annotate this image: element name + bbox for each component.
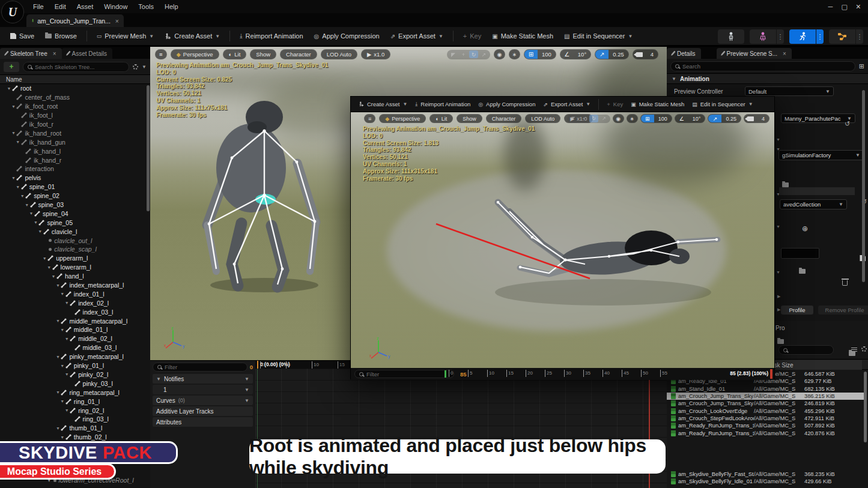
expander-icon[interactable]: ▼	[776, 147, 780, 151]
surface-snap-icon[interactable]: ∗	[627, 114, 638, 123]
menu-tools[interactable]: Tools	[133, 1, 159, 13]
tree-item-pinky_metacarpal_l[interactable]: ▼pinky_metacarpal_l	[0, 352, 150, 361]
surface-snap-icon[interactable]: ∗	[509, 49, 520, 59]
value-input-field[interactable]	[781, 248, 819, 259]
blueprint-mode-menu-icon[interactable]: ⋮	[855, 29, 863, 44]
float-filter-input[interactable]: Filter	[354, 370, 454, 378]
tree-item-clavicle_l[interactable]: ▼clavicle_l	[0, 227, 150, 236]
delete-item-icon[interactable]	[842, 280, 848, 286]
export-asset-button[interactable]: ⇗Export Asset▼	[386, 30, 448, 42]
expander-icon[interactable]: ▼	[64, 337, 70, 341]
minimize-icon[interactable]: ─	[828, 3, 833, 10]
details-scrollbar[interactable]	[862, 90, 865, 282]
grid-snap-control[interactable]: ⊞100	[524, 49, 556, 59]
rotate-tool-icon[interactable]: ↻	[589, 115, 598, 122]
make-static-mesh-button[interactable]: ▣Make Static Mesh	[488, 30, 557, 42]
expander-icon[interactable]: ▼	[59, 364, 65, 368]
simulation-factory-dropdown[interactable]: gSimulationFactory▼	[778, 150, 864, 160]
grid-snap-control[interactable]: ⊞100	[640, 114, 672, 123]
perspective-button[interactable]: ◆Perspective	[171, 49, 219, 59]
lod-auto-button[interactable]: LOD Auto	[321, 49, 357, 59]
chevron-down-icon[interactable]: ▼	[244, 376, 249, 382]
world-local-toggle-icon[interactable]: ◉	[613, 114, 624, 123]
reimport-animation-button[interactable]: ⤓Reimport Animation	[412, 99, 473, 109]
key-button[interactable]: +Key	[604, 99, 626, 109]
tree-item-pinky_03_l[interactable]: pinky_03_l	[0, 379, 150, 388]
tree-item-lowerarm_l[interactable]: ▼lowerarm_l	[0, 263, 150, 272]
asset-row-am_Skydive_BellyFly_Fast_St[interactable]: am_Skydive_BellyFly_Fast_St/All/Game/MC_…	[667, 471, 865, 478]
browse-to-asset-icon[interactable]	[782, 182, 789, 187]
menu-asset[interactable]: Asset	[71, 1, 99, 13]
tree-item-pinky_02_l[interactable]: ▼pinky_02_l	[0, 370, 150, 379]
tree-item-index_metacarpal_l[interactable]: ▼index_metacarpal_l	[0, 281, 150, 290]
notify-track-1[interactable]: 1▼	[153, 385, 253, 394]
tree-item-ik_hand_r[interactable]: ik_hand_r	[0, 155, 150, 164]
tree-item-index_03_l[interactable]: index_03_l	[0, 307, 150, 316]
animation-mode-button[interactable]	[789, 29, 816, 44]
expander-icon[interactable]: ▼	[59, 328, 65, 332]
expander-icon[interactable]: ▼	[6, 86, 12, 91]
rotation-snap-control[interactable]: ∠10°	[675, 114, 706, 123]
select-tool-icon[interactable]: ◤	[449, 50, 458, 58]
blueprint-mode-button[interactable]	[829, 29, 855, 44]
export-asset-button[interactable]: ⇗Export Asset▼	[540, 99, 593, 109]
expander-icon[interactable]: ▼	[37, 229, 43, 233]
camera-speed-control[interactable]: 4	[744, 114, 769, 123]
chevron-down-icon[interactable]: ▼	[244, 387, 249, 393]
details-search-input[interactable]: Search	[670, 61, 855, 71]
tree-item-pinky_01_l[interactable]: ▼pinky_01_l	[0, 361, 150, 370]
browse-button[interactable]: Browse	[41, 30, 81, 42]
tab-skeleton-tree[interactable]: Skeleton Tree×	[0, 48, 62, 59]
chevron-down-icon[interactable]: ▼	[142, 64, 147, 70]
expander-icon[interactable]: ▼	[776, 224, 780, 229]
tree-item-ik_hand_l[interactable]: ik_hand_l	[0, 146, 150, 155]
playback-speed-button[interactable]: ▶x1.0	[361, 49, 390, 59]
expander-icon[interactable]: ▼	[156, 376, 161, 382]
tree-item-ik_foot_l[interactable]: ik_foot_l	[0, 111, 150, 120]
expander-icon[interactable]: ▼	[10, 131, 16, 135]
save-button[interactable]: Save	[6, 30, 38, 42]
expander-icon[interactable]: ▼	[59, 399, 65, 403]
add-bone-button[interactable]: +	[4, 62, 19, 72]
expander-icon[interactable]: ▼	[59, 435, 65, 439]
tree-item-pelvis[interactable]: ▼pelvis	[0, 173, 150, 182]
tree-item-center_of_mass[interactable]: center_of_mass	[0, 93, 150, 102]
scale-tool-icon[interactable]: ↗	[479, 50, 488, 58]
tree-item-spine_02[interactable]: ▼spine_02	[0, 191, 150, 200]
perspective-button[interactable]: ◆Perspective	[379, 114, 426, 123]
mesh-mode-button[interactable]	[750, 29, 776, 44]
expander-icon[interactable]: ▼	[32, 220, 38, 224]
expander-icon[interactable]: ▼	[64, 372, 70, 376]
expander-icon[interactable]: ▼	[55, 390, 61, 394]
rotate-tool-icon[interactable]: ↻	[469, 50, 478, 58]
make-static-mesh-button[interactable]: ▣Make Static Mesh	[628, 99, 687, 109]
asset-row-am_Crouch_Jump_Trans_Sky[interactable]: am_Crouch_Jump_Trans_Sky/All/Game/MC_S38…	[667, 393, 865, 400]
tree-item-middle_02_l[interactable]: ▼middle_02_l	[0, 334, 150, 343]
menu-file[interactable]: File	[28, 1, 49, 13]
expander-icon[interactable]: ▼	[776, 137, 780, 142]
maximize-icon[interactable]: ▢	[841, 3, 847, 11]
tab-asset-details[interactable]: Asset Details	[62, 48, 112, 59]
tree-item-ring_metacarpal_l[interactable]: ▼ring_metacarpal_l	[0, 388, 150, 397]
skeleton-search-input[interactable]: Search Skeleton Tree...	[23, 62, 129, 72]
gear-icon[interactable]	[133, 64, 138, 70]
tree-item-hand_l[interactable]: ▼hand_l	[0, 272, 150, 281]
playhead-marker[interactable]	[257, 361, 258, 369]
tree-item-root[interactable]: ▼root	[0, 84, 150, 93]
menu-window[interactable]: Window	[99, 1, 133, 13]
tree-item-thumb_02_l[interactable]: ▼thumb_02_l	[0, 433, 150, 442]
saved-collection-dropdown[interactable]: avedCollection▼	[780, 199, 847, 209]
edit-in-sequencer-button[interactable]: ▤Edit in Sequencer▼	[560, 30, 637, 42]
menu-edit[interactable]: Edit	[49, 1, 71, 13]
expander-icon[interactable]: ▼	[41, 256, 47, 261]
apply-compression-button[interactable]: ◎Apply Compression	[310, 30, 384, 42]
floating-timeline-bar[interactable]: Filter 85 0510152025303540455055 85 (2.8…	[351, 368, 774, 380]
reimport-animation-button[interactable]: ⤓Reimport Animation	[235, 30, 307, 42]
expander-icon[interactable]: ▼	[55, 283, 61, 288]
tab-close-icon[interactable]: ×	[53, 50, 56, 57]
lit-button[interactable]: ◐Lit	[429, 114, 453, 123]
grid-view-icon[interactable]: ⊞	[859, 62, 864, 70]
asset-row-am_Crouch_Jump_Trans_Sky[interactable]: am_Crouch_Jump_Trans_Sky/All/Game/MC_S24…	[667, 400, 865, 407]
folder-icon[interactable]	[777, 339, 784, 344]
expander-icon[interactable]: ▼	[50, 274, 56, 279]
